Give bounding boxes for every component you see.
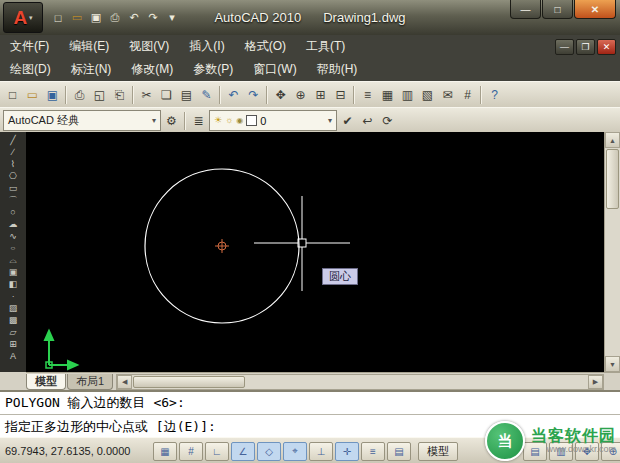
vertical-scrollbar[interactable]: ▲ ▼ — [604, 132, 620, 372]
menu-edit[interactable]: 编辑(E) — [59, 35, 119, 58]
model-space-button[interactable]: 模型 — [418, 442, 458, 461]
drawing-canvas[interactable]: 圆心 — [26, 132, 604, 372]
plot-icon[interactable]: ⎙ — [106, 9, 124, 27]
make-object-layer-current-icon[interactable]: ✔ — [338, 111, 357, 131]
qnew-icon[interactable]: □ — [49, 9, 67, 27]
revision-cloud-icon[interactable]: ☁ — [3, 218, 23, 230]
undo-icon[interactable]: ↶ — [224, 85, 243, 105]
ellipse-arc-icon[interactable]: ⌓ — [3, 254, 23, 266]
paste-icon[interactable]: ▤ — [177, 85, 196, 105]
redo-icon[interactable]: ↷ — [244, 85, 263, 105]
line-icon[interactable]: ╱ — [3, 134, 23, 146]
arc-icon[interactable]: ⌒ — [3, 194, 23, 206]
dyn-toggle[interactable]: ✛ — [335, 442, 359, 461]
plot-preview-icon[interactable]: ◱ — [90, 85, 109, 105]
osnap-toggle[interactable]: ◇ — [257, 442, 281, 461]
maximize-button[interactable]: □ — [542, 0, 573, 19]
save-icon[interactable]: ▣ — [43, 85, 62, 105]
horizontal-scrollbar[interactable]: ◀ ▶ — [116, 374, 604, 390]
menu-help[interactable]: 帮助(H) — [307, 58, 368, 81]
open-icon[interactable]: ▭ — [68, 9, 86, 27]
plot-icon[interactable]: ⎙ — [70, 85, 89, 105]
quickcalc-icon[interactable]: # — [458, 85, 477, 105]
open-icon[interactable]: ▭ — [23, 85, 42, 105]
workspace-settings-icon[interactable]: ⚙ — [162, 111, 181, 131]
markup-set-manager-icon[interactable]: ✉ — [438, 85, 457, 105]
table-icon[interactable]: ⊞ — [3, 338, 23, 350]
doc-restore-button[interactable]: ❐ — [576, 39, 595, 55]
copy-icon[interactable]: ❏ — [157, 85, 176, 105]
layer-properties-icon[interactable]: ≣ — [189, 111, 208, 131]
gradient-icon[interactable]: ▩ — [3, 314, 23, 326]
cut-icon[interactable]: ✂ — [137, 85, 156, 105]
publish-icon[interactable]: ⎗ — [110, 85, 129, 105]
lwt-toggle[interactable]: ≡ — [361, 442, 385, 461]
watermark-logo-icon: 当 — [485, 421, 525, 461]
menu-draw[interactable]: 绘图(D) — [0, 58, 61, 81]
menu-parametric[interactable]: 参数(P) — [183, 58, 243, 81]
vertical-scroll-track[interactable] — [605, 210, 620, 356]
insert-block-icon[interactable]: ▣ — [3, 266, 23, 278]
close-button[interactable]: ✕ — [574, 0, 616, 19]
menu-view[interactable]: 视图(V) — [119, 35, 179, 58]
workspace-select[interactable]: AutoCAD 经典 ▾ — [3, 110, 161, 131]
ducs-toggle[interactable]: ⊥ — [309, 442, 333, 461]
ellipse-icon[interactable]: ○ — [3, 242, 23, 254]
layer-on-icon: ☀ — [214, 116, 222, 125]
undo-icon[interactable]: ↶ — [125, 9, 143, 27]
spline-icon[interactable]: ∿ — [3, 230, 23, 242]
minimize-button[interactable]: — — [510, 0, 541, 19]
designcenter-icon[interactable]: ▦ — [378, 85, 397, 105]
otrack-toggle[interactable]: ⌖ — [283, 442, 307, 461]
scroll-down-icon[interactable]: ▼ — [605, 356, 620, 372]
zoom-previous-icon[interactable]: ⊟ — [331, 85, 350, 105]
scroll-up-icon[interactable]: ▲ — [605, 132, 620, 148]
snap-toggle[interactable]: ▦ — [153, 442, 177, 461]
properties-icon[interactable]: ≡ — [358, 85, 377, 105]
qnew-icon[interactable]: □ — [3, 85, 22, 105]
polygon-icon[interactable]: ⎔ — [3, 170, 23, 182]
help-icon[interactable]: ? — [485, 85, 504, 105]
save-icon[interactable]: ▣ — [87, 9, 105, 27]
menu-window[interactable]: 窗口(W) — [243, 58, 306, 81]
hatch-icon[interactable]: ▨ — [3, 302, 23, 314]
scroll-right-icon[interactable]: ▶ — [588, 375, 603, 389]
grid-toggle[interactable]: # — [179, 442, 203, 461]
construction-line-icon[interactable]: ∕ — [3, 146, 23, 158]
circle-icon[interactable]: ○ — [3, 206, 23, 218]
menu-file[interactable]: 文件(F) — [0, 35, 59, 58]
horizontal-scroll-thumb[interactable] — [133, 376, 245, 388]
qat-dropdown-icon[interactable]: ▾ — [163, 9, 181, 27]
menu-modify[interactable]: 修改(M) — [121, 58, 183, 81]
region-icon[interactable]: ▱ — [3, 326, 23, 338]
ortho-toggle[interactable]: ∟ — [205, 442, 229, 461]
scroll-left-icon[interactable]: ◀ — [117, 375, 132, 389]
sheetset-manager-icon[interactable]: ▧ — [418, 85, 437, 105]
redo-icon[interactable]: ↷ — [144, 9, 162, 27]
doc-minimize-button[interactable]: — — [555, 39, 574, 55]
menu-dimension[interactable]: 标注(N) — [61, 58, 122, 81]
polar-toggle[interactable]: ∠ — [231, 442, 255, 461]
layer-states-icon[interactable]: ⟳ — [378, 111, 397, 131]
point-icon[interactable]: ∙ — [3, 290, 23, 302]
tool-palettes-icon[interactable]: ▥ — [398, 85, 417, 105]
pan-icon[interactable]: ✥ — [271, 85, 290, 105]
tab-model[interactable]: 模型 — [26, 374, 66, 390]
rectangle-icon[interactable]: ▭ — [3, 182, 23, 194]
doc-close-button[interactable]: ✕ — [597, 39, 616, 55]
zoom-window-icon[interactable]: ⊞ — [311, 85, 330, 105]
mtext-icon[interactable]: A — [3, 350, 23, 362]
menu-tools[interactable]: 工具(T) — [296, 35, 355, 58]
zoom-realtime-icon[interactable]: ⊕ — [291, 85, 310, 105]
application-menu-button[interactable]: A ▾ — [3, 2, 43, 33]
layer-previous-icon[interactable]: ↩ — [358, 111, 377, 131]
tab-layout1[interactable]: 布局1 — [67, 374, 113, 390]
menu-insert[interactable]: 插入(I) — [179, 35, 234, 58]
menu-format[interactable]: 格式(O) — [235, 35, 296, 58]
qp-toggle[interactable]: ▤ — [387, 442, 411, 461]
polyline-icon[interactable]: ⌇ — [3, 158, 23, 170]
vertical-scroll-thumb[interactable] — [606, 149, 619, 209]
match-properties-icon[interactable]: ✎ — [197, 85, 216, 105]
layer-select[interactable]: ☀ ☼ ◉ 0 ▾ — [209, 110, 337, 131]
make-block-icon[interactable]: ◧ — [3, 278, 23, 290]
